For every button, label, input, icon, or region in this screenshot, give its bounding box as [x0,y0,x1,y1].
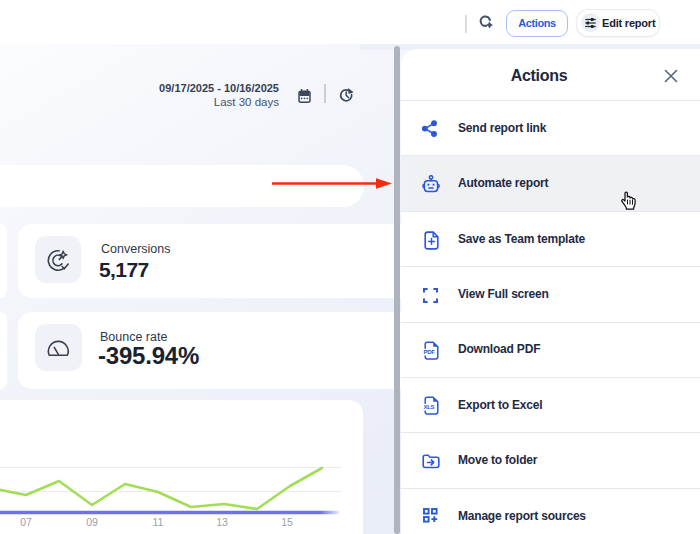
svg-text:11: 11 [153,516,164,528]
svg-text:XLS: XLS [424,404,435,410]
svg-text:PDF: PDF [424,349,436,355]
svg-text:15: 15 [281,516,293,528]
svg-text:09: 09 [86,516,98,528]
svg-text:07: 07 [20,516,32,528]
svg-text:13: 13 [216,516,228,528]
